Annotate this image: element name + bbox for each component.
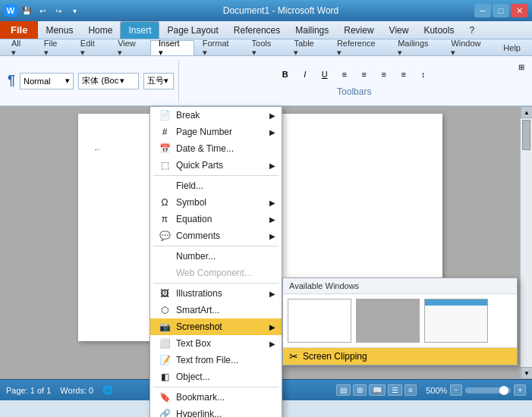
home-menu[interactable]: Home — [80, 21, 120, 39]
menu-hyperlink[interactable]: 🔗 Hyperlink... — [150, 406, 282, 417]
smartart-icon: ⬡ — [156, 305, 173, 315]
scroll-up-btn[interactable]: ▲ — [521, 106, 532, 118]
menu-screenshot[interactable]: 📷 Screenshot ▶ — [150, 318, 282, 335]
maximize-button[interactable]: □ — [493, 4, 509, 17]
zoom-slider[interactable] — [465, 387, 511, 393]
tab-all[interactable]: All ▾ — [3, 40, 36, 55]
screenshot-arrow: ▶ — [269, 323, 275, 331]
underline-btn[interactable]: U — [316, 65, 334, 83]
menu-object[interactable]: ◧ Object... — [150, 368, 282, 385]
menu-number[interactable]: Number... — [150, 248, 282, 265]
tab-table[interactable]: Table ▾ — [285, 40, 328, 55]
scroll-down-btn[interactable]: ▼ — [521, 367, 532, 379]
window-thumb-2[interactable] — [356, 299, 420, 343]
menu-text-box[interactable]: ⬜ Text Box ▶ — [150, 335, 282, 352]
toolbar-expand-btn[interactable]: ⊞ — [512, 58, 530, 76]
font-arrow: ▾ — [120, 76, 124, 86]
menu-equation[interactable]: π Equation ▶ — [150, 211, 282, 227]
screen-clipping-row[interactable]: ✂ Screen Clipping — [283, 347, 517, 365]
tab-insert[interactable]: Insert ▾ — [150, 40, 194, 55]
hyperlink-label: Hyperlink... — [176, 409, 222, 417]
menu-field[interactable]: Field... — [150, 177, 282, 194]
align-center-btn[interactable]: ≡ — [355, 65, 373, 83]
vertical-scrollbar[interactable]: ▲ ▼ — [520, 106, 532, 379]
view-menu[interactable]: View — [382, 21, 417, 39]
zoom-level: 500% — [426, 386, 447, 395]
view-web-btn[interactable]: ⊞ — [353, 384, 367, 396]
zoom-out-btn[interactable]: − — [450, 384, 462, 396]
tab-file[interactable]: File ▾ — [36, 40, 72, 55]
quick-redo-btn[interactable]: ↪ — [52, 4, 65, 17]
tab-window[interactable]: Window ▾ — [442, 40, 495, 55]
references-menu[interactable]: References — [226, 21, 288, 39]
menu-bookmark[interactable]: 🔖 Bookmark... — [150, 389, 282, 406]
status-right: ▤ ⊞ 📖 ☰ ≡ 500% − + — [336, 384, 526, 396]
menu-break[interactable]: 📄 Break ▶ — [150, 107, 282, 124]
window-title: Document1 - Microsoft Word — [87, 5, 474, 16]
tab-help[interactable]: Help — [495, 40, 529, 55]
minimize-button[interactable]: ─ — [474, 4, 491, 17]
help-icon[interactable]: ? — [461, 21, 482, 39]
insert-dropdown-menu: 📄 Break ▶ # Page Number ▶ 📅 Date & Time.… — [150, 106, 282, 417]
justify-btn[interactable]: ≡ — [395, 65, 413, 83]
quick-parts-icon: ⬚ — [156, 160, 173, 171]
quick-save-btn[interactable]: 💾 — [20, 4, 33, 17]
format-icon: ¶ — [8, 73, 15, 89]
tab-mailings2[interactable]: Mailings ▾ — [389, 40, 442, 55]
menu-smartart[interactable]: ⬡ SmartArt... — [150, 302, 282, 318]
scroll-track — [521, 118, 532, 367]
font-dropdown[interactable]: 宋体 (Boc ▾ — [78, 73, 139, 89]
align-left-btn[interactable]: ≡ — [335, 65, 354, 83]
line-spacing-btn[interactable]: ↕ — [414, 65, 433, 83]
mailings-menu[interactable]: Mailings — [288, 21, 336, 39]
tab-format[interactable]: Format ▾ — [194, 40, 244, 55]
smartart-label: SmartArt... — [176, 305, 219, 315]
view-normal-btn[interactable]: ▤ — [336, 384, 351, 396]
web-component-label: Web Component... — [176, 268, 252, 278]
insert-menu[interactable]: Insert — [120, 21, 159, 39]
tab-edit[interactable]: Edit ▾ — [72, 40, 109, 55]
date-time-label: Date & Time... — [176, 143, 234, 154]
close-button[interactable]: ✕ — [511, 4, 527, 17]
page-layout-menu[interactable]: Page Layout — [159, 21, 225, 39]
file-menu[interactable]: File — [0, 21, 38, 39]
review-menu[interactable]: Review — [336, 21, 381, 39]
size-dropdown[interactable]: 五号 ▾ — [143, 73, 174, 89]
italic-btn[interactable]: I — [296, 65, 314, 83]
menus-menu[interactable]: Menus — [38, 21, 80, 39]
style-dropdown[interactable]: Normal ▾ — [20, 73, 74, 89]
kutools-menu[interactable]: Kutools — [416, 21, 461, 39]
scroll-thumb[interactable] — [522, 120, 530, 150]
tab-reference[interactable]: Reference ▾ — [329, 40, 389, 55]
menu-page-number[interactable]: # Page Number ▶ — [150, 124, 282, 140]
menu-text-from-file[interactable]: 📝 Text from File... — [150, 352, 282, 368]
menu-illustrations[interactable]: 🖼 Illustrations ▶ — [150, 285, 282, 302]
page-number-arrow: ▶ — [269, 128, 275, 136]
break-icon: 📄 — [156, 110, 173, 121]
view-outline-btn[interactable]: ☰ — [388, 384, 402, 396]
window-thumb-3[interactable] — [424, 299, 488, 343]
toolbars-label: Toolbars — [337, 86, 371, 97]
menu-comments[interactable]: 💬 Comments ▶ — [150, 227, 282, 244]
bold-btn[interactable]: B — [276, 65, 294, 83]
ribbon-tabs: All ▾ File ▾ Edit ▾ View ▾ Insert ▾ Form… — [0, 39, 532, 56]
view-read-btn[interactable]: 📖 — [369, 384, 386, 396]
page-number-label: Page Number — [176, 127, 232, 137]
symbol-icon: Ω — [156, 197, 173, 208]
size-arrow: ▾ — [164, 76, 168, 86]
menu-symbol[interactable]: Ω Symbol ▶ — [150, 194, 282, 211]
zoom-in-btn[interactable]: + — [514, 384, 526, 396]
bookmark-icon: 🔖 — [156, 392, 173, 403]
window-thumb-1[interactable] — [288, 299, 351, 343]
menu-quick-parts[interactable]: ⬚ Quick Parts ▶ — [150, 157, 282, 174]
quick-undo-btn[interactable]: ↩ — [36, 4, 49, 17]
tab-tools[interactable]: Tools ▾ — [244, 40, 286, 55]
language-icon: 🌐 — [102, 385, 113, 395]
menu-bar: File Menus Home Insert Page Layout Refer… — [0, 21, 532, 39]
view-draft-btn[interactable]: ≡ — [405, 384, 417, 396]
app-icon: W — [5, 5, 17, 17]
tab-view[interactable]: View ▾ — [109, 40, 150, 55]
menu-date-time[interactable]: 📅 Date & Time... — [150, 140, 282, 157]
align-right-btn[interactable]: ≡ — [375, 65, 393, 83]
quick-customize-btn[interactable]: ▾ — [68, 4, 81, 17]
